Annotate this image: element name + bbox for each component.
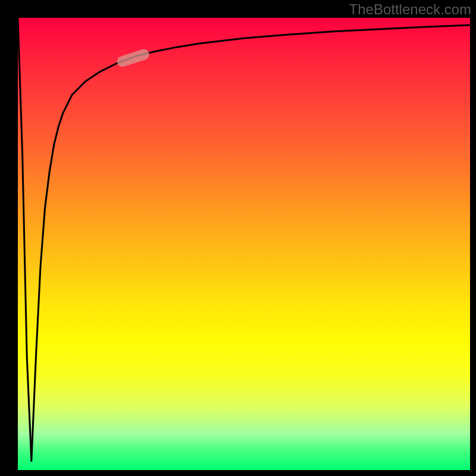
- bottleneck-curve: [18, 18, 470, 461]
- plot-area: [18, 18, 470, 470]
- chart-root: TheBottleneck.com: [0, 0, 476, 476]
- highlight-capsule: [115, 48, 151, 68]
- watermark-text: TheBottleneck.com: [349, 1, 471, 18]
- curve-layer: [18, 18, 470, 470]
